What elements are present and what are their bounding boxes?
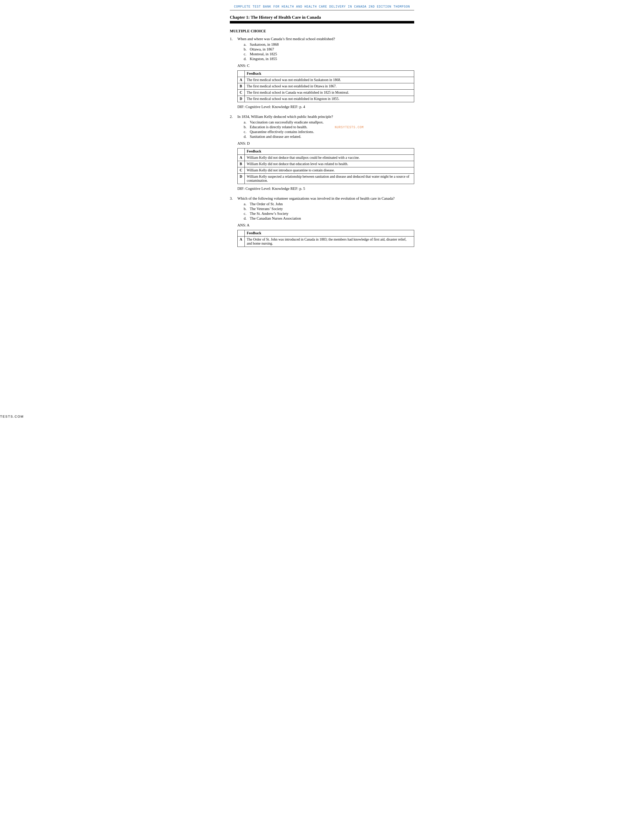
question-row: 2.In 1834, William Kelly deduced which p… bbox=[230, 114, 414, 119]
feedback-col-header: Feedback bbox=[245, 148, 414, 155]
feedback-key: A bbox=[238, 236, 245, 247]
options-list: a.The Order of St. Johnb.The Veterans’ S… bbox=[230, 202, 414, 220]
option-label: b. bbox=[244, 125, 250, 129]
option-label: d. bbox=[244, 135, 250, 139]
option-label: c. bbox=[244, 130, 250, 134]
option-label: c. bbox=[244, 212, 250, 216]
watermark: NURSYTESTS.COM bbox=[333, 126, 364, 129]
question-item: 2.In 1834, William Kelly deduced which p… bbox=[230, 114, 414, 191]
question-row: 1.When and where was Canada’s first medi… bbox=[230, 37, 414, 41]
option-label: d. bbox=[244, 57, 250, 61]
section-label: MULTIPLE CHOICE bbox=[230, 29, 414, 33]
feedback-key: D bbox=[238, 174, 245, 184]
feedback-text: William Kelly suspected a relationship b… bbox=[245, 174, 414, 184]
question-number: 1. bbox=[230, 37, 237, 41]
option-item: b.Ottawa, in 1867 bbox=[244, 47, 414, 51]
feedback-key: B bbox=[238, 161, 245, 167]
feedback-table: FeedbackAThe Order of St. John was intro… bbox=[237, 230, 414, 247]
question-row: 3.Which of the following volunteer organ… bbox=[230, 196, 414, 201]
feedback-col-header: Feedback bbox=[245, 230, 414, 236]
feedback-row: BWilliam Kelly did not deduce that educa… bbox=[238, 161, 414, 167]
feedback-col-key-header bbox=[238, 71, 245, 77]
question-text: In 1834, William Kelly deduced which pub… bbox=[237, 114, 414, 119]
feedback-col-key-header bbox=[238, 148, 245, 155]
feedback-col-key-header bbox=[238, 230, 245, 236]
option-item: c.Quarantine effectively contains infect… bbox=[244, 130, 414, 134]
option-item: d.The Canadian Nurses Association bbox=[244, 216, 414, 220]
answer-line: ANS: D bbox=[230, 142, 414, 146]
option-text: Kingston, in 1855 bbox=[250, 57, 277, 61]
option-text: The Canadian Nurses Association bbox=[250, 216, 301, 220]
option-item: a.Saskatoon, in 1868 bbox=[244, 42, 414, 47]
feedback-key: A bbox=[238, 155, 245, 161]
feedback-text: William Kelly did not introduce quaranti… bbox=[245, 167, 414, 174]
option-label: a. bbox=[244, 42, 250, 47]
option-item: a.The Order of St. John bbox=[244, 202, 414, 206]
option-text: Montreal, in 1825 bbox=[250, 52, 277, 56]
question-text: When and where was Canada’s first medica… bbox=[237, 37, 414, 41]
feedback-key: C bbox=[238, 167, 245, 174]
option-item: d.Sanitation and disease are related. bbox=[244, 135, 414, 139]
feedback-text: The first medical school was not establi… bbox=[245, 83, 414, 90]
chapter-title: Chapter 1: The History of Health Care in… bbox=[230, 15, 414, 20]
feedback-row: AWilliam Kelly did not deduce that small… bbox=[238, 155, 414, 161]
feedback-row: DThe first medical school was not establ… bbox=[238, 96, 414, 102]
option-text: Ottawa, in 1867 bbox=[250, 47, 274, 51]
questions-list: 1.When and where was Canada’s first medi… bbox=[230, 37, 414, 247]
option-text: The Veterans’ Society bbox=[250, 207, 283, 211]
option-item: d.Kingston, in 1855 bbox=[244, 57, 414, 61]
feedback-table: FeedbackAThe first medical school was no… bbox=[237, 71, 414, 102]
feedback-row: CThe first medical school in Canada was … bbox=[238, 90, 414, 96]
option-text: The Order of St. John bbox=[250, 202, 283, 206]
feedback-key: D bbox=[238, 96, 245, 102]
question-number: 3. bbox=[230, 196, 237, 201]
option-text: Vaccination can successfully eradicate s… bbox=[250, 120, 324, 124]
feedback-key: A bbox=[238, 77, 245, 83]
feedback-key: B bbox=[238, 83, 245, 90]
question-number: 2. bbox=[230, 114, 237, 119]
feedback-text: The first medical school was not establi… bbox=[245, 77, 414, 83]
feedback-row: AThe first medical school was not establ… bbox=[238, 77, 414, 83]
answer-line: ANS: C bbox=[230, 64, 414, 68]
option-text: Education is directly related to health.… bbox=[250, 125, 364, 129]
question-item: 1.When and where was Canada’s first medi… bbox=[230, 37, 414, 109]
option-label: d. bbox=[244, 216, 250, 220]
feedback-row: CWilliam Kelly did not introduce quarant… bbox=[238, 167, 414, 174]
chapter-title-bar bbox=[230, 21, 414, 24]
feedback-row: DWilliam Kelly suspected a relationship … bbox=[238, 174, 414, 184]
header-link[interactable]: COMPLETE TEST BANK FOR HEALTH AND HEALTH… bbox=[230, 5, 414, 9]
option-item: b.The Veterans’ Society bbox=[244, 207, 414, 211]
dif-line: DIF: Cognitive Level: Knowledge REF: p. … bbox=[230, 187, 414, 191]
options-list: a.Saskatoon, in 1868b.Ottawa, in 1867c.M… bbox=[230, 42, 414, 61]
feedback-col-header: Feedback bbox=[245, 71, 414, 77]
option-label: a. bbox=[244, 202, 250, 206]
feedback-text: William Kelly did not deduce that educat… bbox=[245, 161, 414, 167]
feedback-text: The first medical school was not establi… bbox=[245, 96, 414, 102]
option-label: a. bbox=[244, 120, 250, 124]
feedback-key: C bbox=[238, 90, 245, 96]
option-label: b. bbox=[244, 207, 250, 211]
option-text: Sanitation and disease are related. bbox=[250, 135, 301, 139]
option-label: c. bbox=[244, 52, 250, 56]
feedback-table: FeedbackAWilliam Kelly did not deduce th… bbox=[237, 148, 414, 184]
option-item: b.Education is directly related to healt… bbox=[244, 125, 414, 129]
feedback-row: AThe Order of St. John was introduced in… bbox=[238, 236, 414, 247]
option-item: a.Vaccination can successfully eradicate… bbox=[244, 120, 414, 124]
option-text: Quarantine effectively contains infectio… bbox=[250, 130, 314, 134]
option-text: Saskatoon, in 1868 bbox=[250, 42, 279, 47]
dif-line: DIF: Cognitive Level: Knowledge REF: p. … bbox=[230, 105, 414, 109]
option-label: b. bbox=[244, 47, 250, 51]
feedback-text: The Order of St. John was introduced in … bbox=[245, 236, 414, 247]
option-text: The St. Andrew’s Society bbox=[250, 212, 288, 216]
option-item: c.Montreal, in 1825 bbox=[244, 52, 414, 56]
header-divider bbox=[230, 10, 414, 10]
option-item: c.The St. Andrew’s Society bbox=[244, 212, 414, 216]
options-list: a.Vaccination can successfully eradicate… bbox=[230, 120, 414, 139]
question-text: Which of the following volunteer organiz… bbox=[237, 196, 414, 201]
answer-line: ANS: A bbox=[230, 223, 414, 227]
question-item: 3.Which of the following volunteer organ… bbox=[230, 196, 414, 247]
feedback-row: BThe first medical school was not establ… bbox=[238, 83, 414, 90]
feedback-text: William Kelly did not deduce that smallp… bbox=[245, 155, 414, 161]
feedback-text: The first medical school in Canada was e… bbox=[245, 90, 414, 96]
